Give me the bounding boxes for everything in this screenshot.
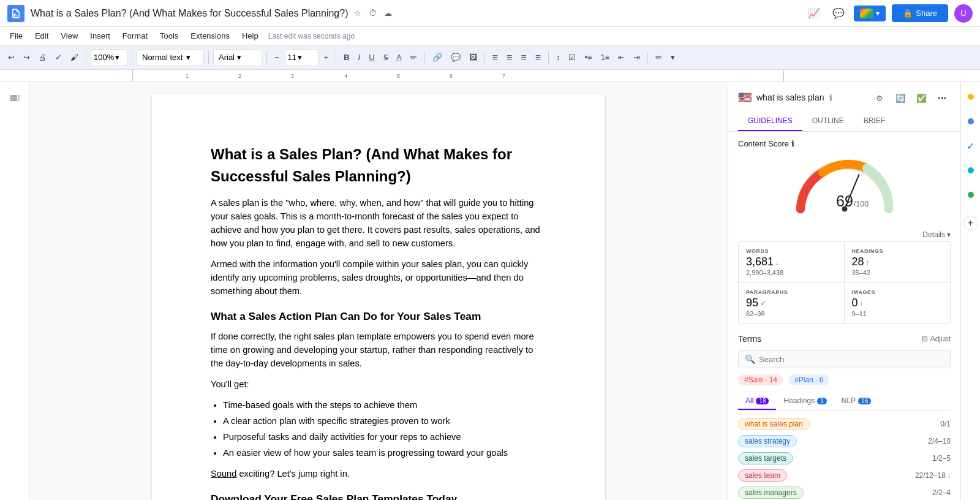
bold-button[interactable]: B (341, 51, 352, 64)
redo-button[interactable]: ↪ (20, 51, 33, 64)
indent-decrease-button[interactable]: ⇤ (615, 51, 628, 64)
share-button[interactable]: 🔒 Share (892, 4, 948, 22)
filter-tab-all[interactable]: All 18 (738, 393, 776, 410)
content-score-info: ℹ (791, 139, 794, 148)
menu-extensions[interactable]: Extensions (186, 29, 235, 42)
toolbar-divider-1 (86, 51, 86, 64)
term-chip-sales-targets[interactable]: sales targets (738, 452, 793, 464)
term-chip-what-is-sales-plan[interactable]: what is sales plan (738, 418, 810, 430)
tab-guidelines[interactable]: GUIDELINES (738, 112, 802, 131)
gear-button[interactable]: ⚙ (871, 89, 888, 107)
share-lock-icon: 🔒 (903, 9, 913, 18)
comment-icon[interactable]: 💬 (829, 6, 848, 21)
menu-help[interactable]: Help (237, 29, 263, 42)
toolbar-divider-4 (266, 51, 267, 64)
align-left-button[interactable]: ≡ (489, 50, 501, 65)
cloud-icon[interactable]: ☁ (383, 7, 393, 19)
numbered-list-button[interactable]: 1≡ (598, 51, 613, 64)
menu-format[interactable]: Format (118, 29, 153, 42)
comment-doc-button[interactable]: 💬 (448, 51, 464, 64)
tag-plan[interactable]: #Plan · 6 (788, 374, 829, 385)
doc-heading-2a: What a Sales Action Plan Can Do for Your… (211, 309, 546, 325)
align-center-button[interactable]: ≡ (503, 50, 515, 65)
underline-button[interactable]: U (366, 51, 377, 64)
ruler-content: 1 2 3 4 5 6 7 (132, 70, 784, 81)
link-button[interactable]: 🔗 (429, 51, 445, 64)
avatar[interactable]: U (954, 4, 973, 23)
text-color-button[interactable]: A (394, 51, 405, 64)
menu-tools[interactable]: Tools (155, 29, 183, 42)
undo-button[interactable]: ↩ (5, 51, 18, 64)
highlight-button[interactable]: ✏ (407, 51, 420, 64)
indent-increase-button[interactable]: ⇥ (630, 51, 643, 64)
details-link[interactable]: Details ▾ (738, 230, 951, 239)
more-button[interactable]: ••• (933, 89, 951, 107)
filter-tab-headings[interactable]: Headings 1 (776, 393, 834, 410)
term-row-1: what is sales plan 0/1 (738, 418, 951, 430)
plus-button[interactable]: + (963, 216, 978, 230)
line-spacing-button[interactable]: ↕ (553, 51, 564, 64)
tag-sale[interactable]: #Sale · 14 (738, 374, 783, 385)
list-item: Purposeful tasks and daily activities fo… (223, 430, 546, 444)
menu-view[interactable]: View (56, 29, 83, 42)
format-options-button[interactable]: ✏ (652, 51, 665, 64)
filter-tab-nlp[interactable]: NLP 16 (834, 393, 878, 410)
font-chevron: ▾ (237, 53, 241, 62)
font-select[interactable]: Arial ▾ (213, 49, 262, 66)
edge-icon-teal[interactable] (962, 162, 979, 179)
checklist-button[interactable]: ☑ (565, 51, 579, 64)
align-right-button[interactable]: ≡ (518, 50, 529, 65)
tab-outline[interactable]: OUTLINE (802, 112, 854, 131)
doc-paragraph-2[interactable]: Armed with the information you'll compil… (211, 257, 546, 298)
term-chip-sales-strategy[interactable]: sales strategy (738, 435, 797, 447)
meet-button[interactable]: ▾ (854, 6, 886, 21)
star-icon[interactable]: ☆ (353, 7, 363, 19)
doc-paragraph-5: Sound exciting? Let's jump right in. (211, 467, 546, 480)
check-circle-button[interactable]: ✅ (913, 89, 930, 107)
font-increase-button[interactable]: + (321, 51, 332, 64)
italic-button[interactable]: I (355, 51, 364, 64)
term-chip-sales-team[interactable]: sales team (738, 469, 787, 482)
info-icon[interactable]: ℹ (829, 93, 832, 102)
doc-paragraph-3[interactable]: If done correctly, the right sales plan … (211, 330, 546, 370)
panel-lang-row: 🇺🇸 what is sales plan ℹ (738, 91, 832, 104)
loop-button[interactable]: 🔄 (892, 89, 909, 107)
bullet-list-button[interactable]: •≡ (581, 51, 595, 64)
size-select[interactable]: 11 ▾ (285, 49, 318, 66)
last-edit: Last edit was seconds ago (268, 32, 355, 40)
menu-insert[interactable]: Insert (85, 29, 115, 42)
font-value: Arial (219, 53, 235, 62)
menu-file[interactable]: File (5, 29, 28, 42)
doc-paragraph-1[interactable]: A sales plan is the "who, where, why, wh… (211, 196, 546, 250)
meet-icon (860, 9, 873, 18)
sound-link[interactable]: Sound (211, 469, 236, 479)
strikethrough-button[interactable]: S̶ (380, 51, 391, 64)
menu-edit[interactable]: Edit (30, 29, 53, 42)
print-button[interactable]: 🖨 (36, 51, 50, 64)
edge-icon-map[interactable] (962, 186, 979, 203)
edge-icon-active[interactable] (962, 88, 979, 105)
search-input[interactable] (759, 355, 944, 364)
image-button[interactable]: 🖼 (466, 51, 480, 64)
edge-icon-blue[interactable] (962, 113, 979, 130)
term-chip-sales-managers[interactable]: sales managers (738, 487, 804, 499)
doc-title[interactable]: What is a Sales Plan? (And What Makes fo… (31, 8, 348, 19)
paint-format-button[interactable]: 🖌 (67, 51, 81, 64)
style-select[interactable]: Normal text ▾ (137, 49, 204, 66)
images-range: 9–11 (852, 310, 943, 317)
edge-icon-check[interactable]: ✓ (962, 137, 979, 154)
graph-icon[interactable]: 📈 (805, 6, 823, 21)
list-item: Time-based goals with the steps to achie… (223, 398, 546, 412)
headings-label: HEADINGS (852, 248, 943, 254)
spellcheck-button[interactable]: ✓ (52, 51, 65, 64)
zoom-select[interactable]: 100% ▾ (91, 49, 127, 66)
history-icon[interactable]: ⏱ (368, 7, 378, 19)
adjust-button[interactable]: ⊟ Adjust (922, 335, 951, 343)
search-icon: 🔍 (745, 354, 755, 364)
justify-button[interactable]: ≡ (532, 50, 544, 65)
doc-outline-icon[interactable] (5, 88, 24, 108)
svg-text:69: 69 (835, 192, 853, 210)
font-decrease-button[interactable]: − (271, 51, 282, 64)
more-formats-button[interactable]: ▾ (668, 51, 678, 64)
tab-brief[interactable]: BRIEF (854, 112, 895, 131)
